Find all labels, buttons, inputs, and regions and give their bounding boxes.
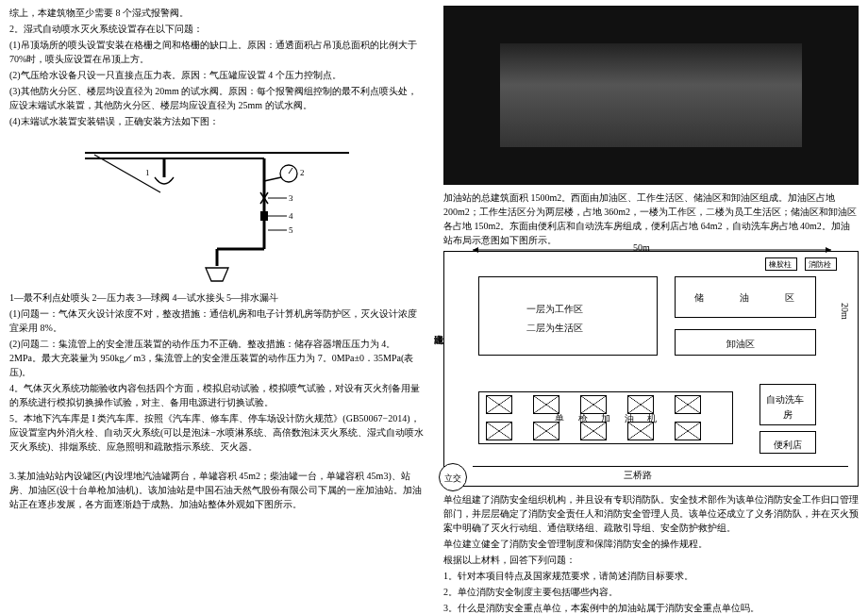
station-photo	[443, 6, 859, 185]
question-line: 3。什么是消防安全重点单位，本案例中的加油站属于消防安全重点单位吗。	[443, 601, 859, 614]
question-line: 2。单位消防安全制度主要包括哪些内容。	[443, 585, 859, 599]
svg-text:4: 4	[289, 211, 293, 221]
pipe-diagram: 1 2 3 4 5	[75, 136, 359, 287]
map-text: 油	[740, 290, 749, 305]
svg-line-8	[264, 177, 281, 181]
text-line: (2)气压给水设备只设一只直接点压力表。原因：气压罐应设置 4 个压力控制点。	[9, 68, 425, 82]
text-line: 5。本地下汽车库是 I 类汽车库。按照《汽车库、修车库、停车场设计防火规范》(G…	[9, 411, 425, 454]
svg-marker-20	[473, 247, 478, 253]
road-line	[473, 466, 848, 467]
map-carwash: 自动洗车 房	[760, 384, 816, 425]
map-text: 卸油区	[726, 337, 755, 351]
text-line: 根据以上材料，回答下列问题：	[443, 553, 859, 567]
map-road-bottom: 三桥路	[624, 468, 652, 482]
question-line: 1。针对本项目特点及国家规范要求，请简述消防目标要求。	[443, 569, 859, 583]
pump-icon	[675, 395, 701, 414]
right-column: 加油站的总建筑面积 1500m2。西面由加油区、工作生活区、储油区和卸油区组成。…	[434, 0, 868, 614]
svg-text:5: 5	[289, 225, 293, 235]
map-dim-right: 20m	[838, 303, 852, 320]
text-line: 2。湿式自动喷水灭火系统设置存在以下问题：	[9, 22, 425, 36]
pump-icon	[533, 422, 559, 440]
text-line: (3)其他防火分区、楼层均设直径为 20mm 的试水阀。原因：每个报警阀组控制的…	[9, 84, 425, 112]
left-column: 综上，本建筑物至少需要 8 个湿式报警阀。 2。湿式自动喷水灭火系统设置存在以下…	[0, 0, 434, 614]
map-unload-area: 卸油区	[675, 329, 816, 356]
document-page: 综上，本建筑物至少需要 8 个湿式报警阀。 2。湿式自动喷水灭火系统设置存在以下…	[0, 0, 868, 614]
legend-box: 消防栓	[805, 257, 837, 271]
pump-icon	[580, 422, 607, 440]
text-line: 单位组建了消防安全组织机构，并且设有专职消防队。安全技术部作为该单位消防安全工作…	[443, 492, 859, 535]
text-line: (1)吊顶场所的喷头设置安装在格栅之间和格栅的缺口上。原因：通透面积占吊顶总面积…	[9, 38, 425, 66]
text-line: (1)问题一：气体灭火设计浓度不对，整改措施：通信机房和电子计算机房等防护区，灭…	[9, 307, 425, 335]
svg-rect-12	[260, 211, 268, 221]
svg-line-7	[289, 168, 292, 174]
text-line: 4。气体灭火系统功能验收内容包括四个方面，模拟启动试验，模拟喷气试验，对设有灭火…	[9, 381, 425, 409]
text-line: 单位建立健全了消防安全管理制度和保障消防安全的操作规程。	[443, 537, 859, 551]
map-text: 便利店	[774, 438, 802, 452]
svg-text:3: 3	[289, 193, 293, 203]
map-text: 自动洗车	[766, 392, 804, 407]
diagram-caption: 1—最不利点处喷头 2—压力表 3—球阀 4—试水接头 5—排水漏斗	[9, 290, 425, 305]
map-text: 房	[783, 407, 793, 422]
map-work-area: 一层为工作区 二层为生活区	[478, 276, 658, 356]
pump-icon	[627, 422, 654, 440]
text-line: 加油站的总建筑面积 1500m2。西面由加油区、工作生活区、储油区和卸油区组成。…	[443, 191, 859, 247]
svg-line-2	[94, 155, 160, 192]
pump-icon	[675, 422, 701, 440]
pump-icon	[580, 395, 607, 414]
text-line: (2)问题二：集流管上的安全泄压装置的动作压力不正确。整改措施：储存容器增压压力…	[9, 337, 425, 379]
map-text: 储	[694, 290, 704, 305]
map-text: 二层为生活区	[526, 321, 583, 335]
spacer	[9, 456, 425, 469]
map-interchange: 立交	[439, 463, 467, 491]
text-line: 综上，本建筑物至少需要 8 个湿式报警阀。	[9, 6, 425, 20]
map-storage-area: 储 油 区	[675, 276, 816, 318]
arrow-icon	[473, 246, 831, 254]
pump-icon	[486, 422, 512, 440]
legend-box: 橡胶柱	[765, 257, 797, 271]
pump-icon	[533, 395, 559, 414]
text-line: (4)末端试水装置安装错误，正确安装方法如下图：	[9, 114, 425, 128]
station-layout-map: 50m 绕城高速 一层为工作区 二层为生活区 储 油 区 卸油区 单 枪 加 油…	[443, 251, 859, 487]
svg-marker-21	[826, 247, 831, 253]
text-line: 3.某加油站站内设罐区(内设埋地汽油罐两台，单罐容积 45m2；柴油罐一台，单罐…	[9, 469, 425, 511]
svg-text:1: 1	[145, 168, 150, 177]
map-store: 便利店	[760, 431, 816, 454]
pump-icon	[486, 395, 512, 414]
pump-icon	[627, 395, 654, 414]
svg-text:2: 2	[300, 168, 305, 177]
pipe-diagram-svg: 1 2 3 4 5	[75, 136, 359, 287]
map-text: 一层为工作区	[526, 302, 583, 316]
map-text: 消防栓	[809, 259, 831, 271]
map-text: 橡胶柱	[769, 259, 792, 271]
map-text: 区	[785, 290, 794, 305]
